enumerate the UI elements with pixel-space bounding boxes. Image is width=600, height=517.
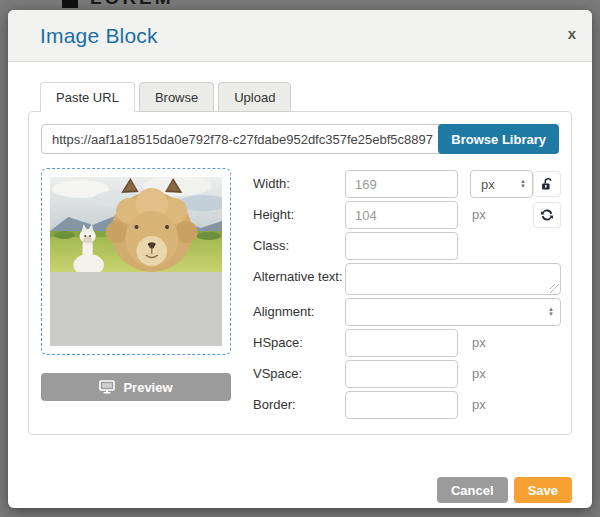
preview-button-label: Preview: [123, 380, 172, 395]
class-input[interactable]: [345, 232, 458, 260]
width-row: Width: px ▲▼: [253, 170, 561, 198]
border-row: Border: px: [253, 391, 561, 419]
hspace-input[interactable]: [345, 329, 458, 357]
preview-button[interactable]: Preview: [41, 373, 231, 401]
alt-text-row: Alternative text:: [253, 263, 561, 295]
hspace-label: HSpace:: [253, 329, 345, 350]
background-logo-mark: [62, 0, 78, 8]
save-button[interactable]: Save: [514, 477, 572, 503]
dialog-title: Image Block: [40, 24, 158, 48]
alignment-label: Alignment:: [253, 298, 345, 319]
select-stepper-icon: ▲▼: [520, 179, 526, 189]
vspace-row: VSpace: px: [253, 360, 561, 388]
image-block-dialog: Image Block x Paste URL Browse Upload Br…: [8, 10, 592, 508]
border-input[interactable]: [345, 391, 458, 419]
class-label: Class:: [253, 232, 345, 253]
height-row: Height: px: [253, 201, 561, 229]
panel-content: Preview Width: px ▲▼: [41, 168, 559, 422]
refresh-size-button[interactable]: [533, 202, 561, 228]
alt-text-input[interactable]: [345, 263, 561, 295]
image-preview-placeholder: [50, 177, 222, 346]
attributes-form: Width: px ▲▼: [253, 168, 561, 422]
dialog-footer: Cancel Save: [28, 477, 572, 503]
vspace-unit-label: px: [472, 360, 486, 381]
image-url-input[interactable]: [41, 124, 444, 154]
select-stepper-icon: ▲▼: [548, 307, 554, 317]
height-input[interactable]: [345, 201, 458, 229]
border-label: Border:: [253, 391, 345, 412]
width-input[interactable]: [345, 170, 458, 198]
unlock-icon: [540, 177, 555, 192]
dialog-body: Paste URL Browse Upload Browse Library: [8, 62, 592, 503]
close-icon[interactable]: x: [568, 26, 576, 41]
background-logo-text: LOREM: [90, 0, 174, 9]
width-unit-select[interactable]: px ▲▼: [470, 170, 533, 198]
dialog-header: Image Block x: [8, 10, 592, 62]
width-label: Width:: [253, 170, 345, 191]
url-input-group: Browse Library: [41, 124, 559, 154]
image-preview-frame: [41, 168, 231, 355]
preview-column: Preview: [41, 168, 231, 422]
tab-bar: Paste URL Browse Upload: [40, 82, 572, 111]
vspace-label: VSpace:: [253, 360, 345, 381]
tab-browse[interactable]: Browse: [139, 82, 214, 112]
tab-upload[interactable]: Upload: [218, 82, 291, 112]
alt-text-label: Alternative text:: [253, 263, 345, 284]
hspace-row: HSpace: px: [253, 329, 561, 357]
class-row: Class:: [253, 232, 561, 260]
border-unit-label: px: [472, 391, 486, 412]
browse-library-button[interactable]: Browse Library: [438, 124, 559, 154]
monitor-icon: [99, 380, 115, 394]
lock-ratio-button[interactable]: [533, 171, 561, 197]
cancel-button[interactable]: Cancel: [437, 477, 508, 503]
alignment-select[interactable]: ▲▼: [345, 298, 561, 326]
height-label: Height:: [253, 201, 345, 222]
tab-paste-url[interactable]: Paste URL: [40, 82, 135, 112]
hspace-unit-label: px: [472, 329, 486, 350]
vspace-input[interactable]: [345, 360, 458, 388]
alignment-row: Alignment: ▲▼: [253, 298, 561, 326]
height-unit-label: px: [472, 201, 486, 222]
paste-url-panel: Browse Library: [28, 111, 572, 435]
width-unit-value: px: [481, 177, 495, 192]
refresh-icon: [540, 208, 554, 222]
alpaca-photo: [50, 177, 222, 272]
